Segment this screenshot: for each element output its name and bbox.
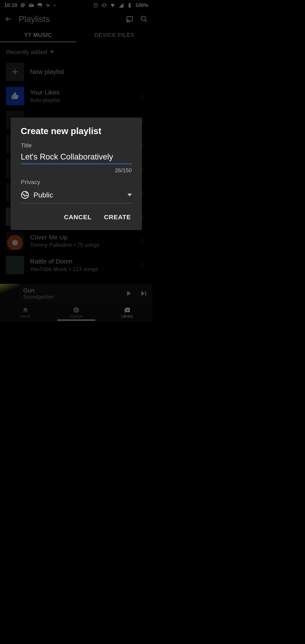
svg-rect-0 [21, 4, 25, 4]
create-button[interactable]: CREATE [103, 212, 132, 222]
svg-rect-7 [129, 3, 130, 4]
now-playing-bar[interactable]: Gun Soundgarden [0, 284, 152, 303]
signal-icon [118, 2, 124, 8]
playlist-title-input[interactable] [21, 151, 132, 164]
chevron-down-icon [50, 51, 54, 54]
plus-icon [6, 63, 24, 81]
privacy-dropdown[interactable]: Public [21, 188, 132, 203]
svg-point-10 [141, 16, 146, 21]
app-icon-1 [20, 2, 26, 8]
svg-rect-13 [124, 309, 126, 313]
nav-label: Home [20, 314, 30, 318]
tabs: YT MUSIC DEVICE FILES [0, 28, 152, 42]
playlist-title: Rattle of Doom [30, 258, 132, 265]
playlist-thumb [6, 87, 24, 105]
svg-rect-1 [21, 5, 25, 6]
more-icon[interactable]: ⋮ [138, 92, 146, 100]
back-icon[interactable] [4, 15, 13, 23]
gesture-handle[interactable] [57, 320, 95, 321]
nav-home[interactable]: Home [0, 303, 51, 322]
wave-icon [46, 2, 51, 8]
explore-icon [73, 306, 80, 313]
battery-icon [127, 2, 132, 8]
svg-point-9 [127, 22, 128, 22]
home-icon [22, 306, 29, 313]
list-item[interactable]: Your Likes Auto playlist ⋮ [0, 84, 152, 108]
nav-library[interactable]: Library [102, 303, 152, 322]
photos-icon [37, 2, 42, 8]
playlist-title: Cover Me Up [30, 234, 132, 241]
wifi-icon [110, 2, 116, 8]
vibrate-icon [102, 2, 107, 8]
cast-icon[interactable] [126, 15, 134, 23]
list-item[interactable]: Rattle of Doom YouTube Music • 113 songs… [0, 253, 152, 277]
search-icon[interactable] [140, 15, 148, 23]
playlist-subtitle: YouTube Music • 113 songs [30, 266, 132, 272]
privacy-field-label: Privacy [21, 179, 132, 186]
more-icon[interactable]: ⋮ [138, 262, 146, 269]
now-playing-thumb [0, 284, 19, 303]
globe-icon [21, 191, 29, 199]
playlist-title: Your Likes [30, 89, 132, 96]
battery-percent: 100% [135, 2, 148, 8]
dialog-title: Create new playlist [21, 126, 132, 136]
svg-point-14 [22, 191, 28, 198]
svg-rect-8 [127, 16, 132, 21]
play-button[interactable] [123, 288, 134, 299]
app-header: Playlists [0, 10, 152, 28]
svg-rect-2 [21, 6, 24, 7]
tab-yt-music[interactable]: YT MUSIC [0, 28, 76, 42]
sort-label: Recently added [6, 49, 47, 56]
create-playlist-dialog: Create new playlist Title 26/150 Privacy… [10, 118, 142, 230]
alarm-icon [93, 2, 98, 8]
chevron-down-icon [128, 194, 132, 196]
char-counter: 26/150 [21, 167, 132, 174]
gmail-icon [28, 2, 34, 8]
library-icon [124, 306, 130, 313]
tab-label: YT MUSIC [24, 32, 52, 38]
now-playing-artist: Soundgarden [23, 294, 119, 300]
title-field-label: Title [21, 142, 132, 149]
now-playing-title: Gun [23, 287, 119, 294]
status-time: 10:19 [4, 2, 17, 8]
tab-label: DEVICE FILES [94, 32, 134, 38]
bottom-nav: Home Explore Library [0, 303, 152, 322]
svg-rect-6 [128, 4, 130, 8]
playlist-thumb [6, 256, 24, 274]
nav-explore[interactable]: Explore [51, 303, 102, 322]
page-title: Playlists [19, 14, 120, 24]
sort-dropdown[interactable]: Recently added [0, 42, 152, 60]
nav-label: Explore [70, 314, 82, 318]
notification-dot-icon [54, 5, 55, 6]
playlist-subtitle: Tommy Palladino • 75 songs [30, 242, 132, 248]
next-button[interactable] [138, 288, 149, 299]
nav-label: Library [121, 314, 133, 318]
playlist-subtitle: Auto playlist [30, 97, 132, 104]
new-playlist-label: New playlist [30, 68, 146, 76]
playlist-thumb [6, 232, 24, 250]
svg-rect-5 [103, 4, 105, 7]
privacy-value: Public [34, 191, 123, 199]
cancel-button[interactable]: CANCEL [63, 212, 92, 222]
status-bar: 10:19 100% [0, 0, 152, 10]
tab-device-files[interactable]: DEVICE FILES [76, 28, 152, 42]
more-icon[interactable]: ⋮ [138, 237, 146, 245]
list-item[interactable]: Cover Me Up Tommy Palladino • 75 songs ⋮ [0, 229, 152, 253]
new-playlist-row[interactable]: New playlist [0, 60, 152, 84]
